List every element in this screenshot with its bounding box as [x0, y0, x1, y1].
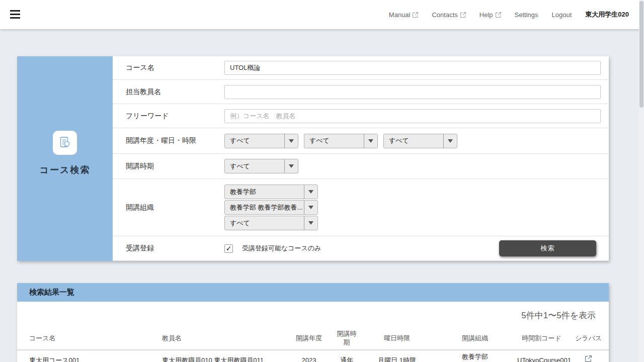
- current-user-name: 東大用学生020: [585, 10, 629, 19]
- nav-link-label: Manual: [389, 11, 411, 19]
- instructor-label: 担当教員名: [126, 87, 224, 97]
- nav-link-manual[interactable]: Manual: [389, 11, 419, 19]
- chevron-down-icon: [443, 134, 457, 148]
- results-count: 5件中1〜5件を表示: [17, 310, 609, 321]
- nav-link-help[interactable]: Help: [479, 11, 501, 19]
- organization-select-2-value: 教養学部 教養学部教養...: [225, 203, 304, 212]
- nav-link-label: Settings: [515, 11, 538, 19]
- external-link-icon: [496, 12, 501, 18]
- column-header-year: 開講年度: [284, 325, 334, 350]
- external-link-icon: [413, 12, 418, 18]
- cell-term: 通年: [334, 350, 359, 362]
- top-nav: Manual Contacts Help Settings Logout: [389, 0, 629, 29]
- year-select[interactable]: すべて: [224, 134, 298, 148]
- column-header-course-name: コース名: [17, 325, 150, 350]
- nav-link-contacts[interactable]: Contacts: [432, 11, 465, 19]
- external-link-icon: [460, 12, 466, 18]
- year-day-period-label: 開講年度・曜日・時限: [126, 136, 224, 145]
- period-select[interactable]: すべて: [383, 134, 457, 148]
- column-header-timetable-code: 時間割コード: [515, 325, 568, 350]
- free-word-input[interactable]: [224, 109, 601, 123]
- nav-link-label: Help: [479, 11, 493, 19]
- column-header-organization: 開講組織: [435, 325, 515, 350]
- course-name-label: コース名: [126, 63, 224, 72]
- organization-select-1[interactable]: 教養学部: [224, 185, 318, 199]
- check-icon: ✓: [226, 245, 232, 252]
- chevron-down-icon: [284, 159, 298, 173]
- nav-link-logout[interactable]: Logout: [552, 11, 572, 19]
- chevron-down-icon: [304, 201, 317, 214]
- results-table-header-row: コース名 教員名 開講年度 開講時期 曜日時限 開講組織 時間割コード シラバス: [17, 325, 609, 350]
- nav-link-label: Contacts: [432, 11, 457, 19]
- registration-label: 受講登録: [126, 244, 224, 253]
- column-header-instructor: 教員名: [150, 325, 284, 350]
- course-search-panel: コース検索 コース名 担当教員名 フリーワード 開講年度・曜日・時限 すべて: [17, 56, 609, 261]
- hamburger-menu-icon[interactable]: [10, 10, 20, 19]
- nav-link-label: Logout: [552, 11, 572, 19]
- registration-checkbox-label: 受講登録可能なコースのみ: [242, 244, 321, 253]
- search-results-panel: 検索結果一覧 5件中1〜5件を表示 コース名 教員名 開講年度 開講時期 曜日時…: [17, 283, 609, 362]
- year-select-value: すべて: [225, 136, 284, 145]
- cell-course-name[interactable]: 東大用コース001: [17, 350, 150, 362]
- page-scrollbar[interactable]: [639, 0, 644, 362]
- form-row-course-name: コース名: [113, 56, 609, 80]
- table-row: 東大用コース001 東大用教職員010 東大用教職員011 2023 通年 月曜…: [17, 350, 609, 362]
- column-header-term: 開講時期: [334, 325, 359, 350]
- day-select-value: すべて: [304, 136, 364, 145]
- course-search-form: コース名 担当教員名 フリーワード 開講年度・曜日・時限 すべて すべて: [113, 56, 609, 261]
- term-label: 開講時期: [126, 162, 224, 171]
- term-select[interactable]: すべて: [224, 159, 298, 173]
- search-button[interactable]: 検索: [499, 240, 596, 256]
- chevron-down-icon: [364, 134, 377, 148]
- scrollbar-thumb[interactable]: [639, 1, 643, 108]
- day-select[interactable]: すべて: [304, 134, 378, 148]
- form-row-year-day-period: 開講年度・曜日・時限 すべて すべて すべて: [113, 128, 609, 154]
- organization-select-2[interactable]: 教養学部 教養学部教養...: [224, 200, 318, 215]
- period-select-value: すべて: [384, 136, 443, 145]
- results-table: コース名 教員名 開講年度 開講時期 曜日時限 開講組織 時間割コード シラバス…: [17, 325, 609, 362]
- results-header-bar: 検索結果一覧: [17, 283, 609, 302]
- form-row-free-word: フリーワード: [113, 104, 609, 128]
- nav-link-settings[interactable]: Settings: [515, 11, 538, 19]
- form-row-instructor: 担当教員名: [113, 80, 609, 104]
- cell-year: 2023: [284, 350, 334, 362]
- registration-checkbox[interactable]: ✓: [224, 244, 233, 253]
- form-row-organization: 開講組織 教養学部 教養学部 教養学部教養... すべて: [113, 179, 609, 236]
- column-header-syllabus: シラバス: [568, 325, 609, 350]
- cell-instructors: 東大用教職員010 東大用教職員011: [150, 350, 284, 362]
- term-select-value: すべて: [225, 162, 284, 171]
- organization-select-1-value: 教養学部: [225, 188, 304, 197]
- chevron-down-icon: [304, 185, 317, 199]
- organization-select-3[interactable]: すべて: [224, 216, 318, 230]
- course-name-input[interactable]: [224, 61, 601, 75]
- chevron-down-icon: [304, 216, 317, 230]
- cell-organization: 教養学部: [435, 350, 515, 362]
- course-search-icon: [53, 131, 77, 155]
- results-title: 検索結果一覧: [29, 288, 74, 297]
- top-header: Manual Contacts Help Settings Logout: [0, 0, 644, 29]
- instructor-input[interactable]: [224, 85, 601, 99]
- cell-timetable-code: UTokyoCourse001: [515, 350, 568, 362]
- organization-select-3-value: すべて: [225, 219, 304, 228]
- chevron-down-icon: [284, 134, 298, 148]
- free-word-label: フリーワード: [126, 112, 224, 121]
- column-header-day-period: 曜日時限: [359, 325, 435, 350]
- cell-syllabus-link[interactable]: [568, 350, 609, 362]
- course-search-sidebar: コース検索: [17, 56, 113, 261]
- cell-day-period: 月曜日 1時限: [359, 350, 435, 362]
- search-panel-title: コース検索: [40, 164, 91, 176]
- organization-label: 開講組織: [126, 203, 224, 212]
- form-row-term: 開講時期 すべて: [113, 154, 609, 179]
- external-link-icon: [585, 355, 592, 362]
